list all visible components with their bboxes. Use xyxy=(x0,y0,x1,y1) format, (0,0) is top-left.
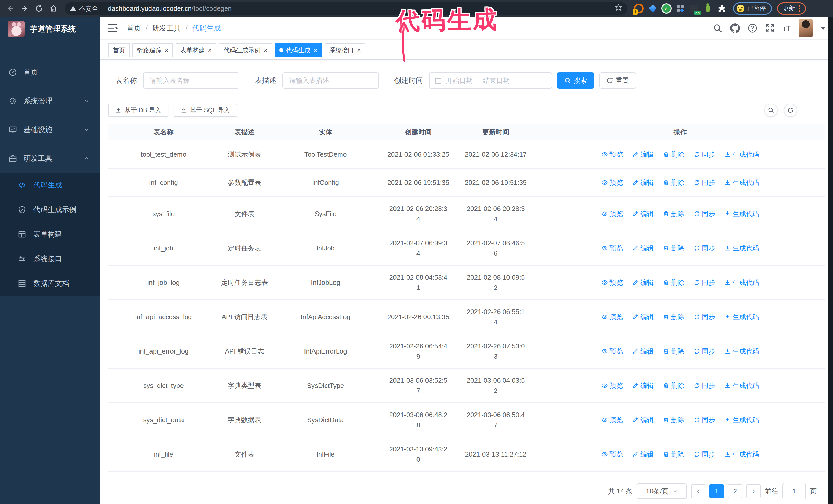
action-preview-link[interactable]: 预览 xyxy=(601,209,623,219)
close-icon[interactable]: × xyxy=(314,47,317,54)
action-delete-link[interactable]: 删除 xyxy=(663,177,684,188)
action-sync-link[interactable]: 同步 xyxy=(694,278,715,288)
close-icon[interactable]: × xyxy=(208,47,212,54)
action-sync-link[interactable]: 同步 xyxy=(694,243,715,253)
tab-系统接口[interactable]: 系统接口× xyxy=(325,43,365,57)
import-db-button[interactable]: 基于 DB 导入 xyxy=(108,103,168,117)
breadcrumb-home[interactable]: 首页 xyxy=(127,23,141,33)
goto-page-input[interactable] xyxy=(782,483,806,499)
action-generate-link[interactable]: 生成代码 xyxy=(724,243,759,253)
action-edit-link[interactable]: 编辑 xyxy=(632,209,653,219)
page-size-select[interactable]: 10条/页 xyxy=(637,483,687,499)
action-preview-link[interactable]: 预览 xyxy=(601,312,623,322)
action-preview-link[interactable]: 预览 xyxy=(601,449,623,459)
extensions-puzzle-icon[interactable] xyxy=(717,3,727,14)
hamburger-icon[interactable] xyxy=(107,23,118,34)
extension-orange-icon[interactable]: 1 xyxy=(634,3,644,14)
sidebar-item-infra[interactable]: 基础设施 xyxy=(0,115,100,144)
action-preview-link[interactable]: 预览 xyxy=(601,243,623,253)
extension-grid-icon[interactable] xyxy=(675,3,685,14)
action-edit-link[interactable]: 编辑 xyxy=(632,312,653,322)
action-edit-link[interactable]: 编辑 xyxy=(632,177,653,188)
action-edit-link[interactable]: 编辑 xyxy=(632,449,653,459)
action-sync-link[interactable]: 同步 xyxy=(694,415,715,425)
import-sql-button[interactable]: 基于 SQL 导入 xyxy=(173,103,237,117)
action-generate-link[interactable]: 生成代码 xyxy=(724,312,759,322)
page-button-1[interactable]: 1 xyxy=(710,484,724,498)
action-delete-link[interactable]: 删除 xyxy=(663,243,684,253)
action-delete-link[interactable]: 删除 xyxy=(663,209,684,219)
refresh-table-icon[interactable] xyxy=(784,103,797,117)
action-delete-link[interactable]: 删除 xyxy=(663,278,684,288)
breadcrumb-devtools[interactable]: 研发工具 xyxy=(152,23,181,33)
browser-back-icon[interactable] xyxy=(3,1,18,16)
action-delete-link[interactable]: 删除 xyxy=(663,312,684,322)
browser-home-icon[interactable] xyxy=(46,1,61,16)
action-delete-link[interactable]: 删除 xyxy=(663,415,684,425)
action-preview-link[interactable]: 预览 xyxy=(601,278,623,288)
action-generate-link[interactable]: 生成代码 xyxy=(724,449,759,459)
action-generate-link[interactable]: 生成代码 xyxy=(724,177,759,188)
action-edit-link[interactable]: 编辑 xyxy=(632,243,653,253)
action-preview-link[interactable]: 预览 xyxy=(601,380,623,391)
action-sync-link[interactable]: 同步 xyxy=(694,380,715,391)
action-preview-link[interactable]: 预览 xyxy=(601,149,623,160)
search-button[interactable]: 搜索 xyxy=(557,72,594,89)
action-edit-link[interactable]: 编辑 xyxy=(632,149,653,160)
close-icon[interactable]: × xyxy=(165,47,168,54)
action-preview-link[interactable]: 预览 xyxy=(601,177,623,188)
action-generate-link[interactable]: 生成代码 xyxy=(724,380,759,391)
security-chip[interactable]: 不安全 xyxy=(70,4,98,13)
chevron-down-icon[interactable] xyxy=(821,27,826,30)
font-size-icon[interactable]: тТ xyxy=(783,24,791,32)
url-bar[interactable]: 不安全 dashboard.yudao.iocoder.cn/tool/code… xyxy=(65,2,627,15)
table-name-input[interactable] xyxy=(143,72,239,89)
sidebar-item-codegen-example[interactable]: 代码生成示例 xyxy=(0,197,100,222)
sidebar-item-home[interactable]: 首页 xyxy=(0,58,100,87)
action-generate-link[interactable]: 生成代码 xyxy=(724,278,759,288)
extension-green-bug-icon[interactable] xyxy=(703,3,713,14)
action-sync-link[interactable]: 同步 xyxy=(694,149,715,160)
sidebar-item-codegen[interactable]: 代码生成 xyxy=(0,173,100,197)
sidebar-item-system[interactable]: 系统管理 xyxy=(0,87,100,115)
action-delete-link[interactable]: 删除 xyxy=(663,346,684,356)
bookmark-star-icon[interactable] xyxy=(615,4,622,13)
action-delete-link[interactable]: 删除 xyxy=(663,449,684,459)
close-icon[interactable]: × xyxy=(357,47,361,54)
close-icon[interactable]: × xyxy=(263,47,267,54)
action-preview-link[interactable]: 预览 xyxy=(601,415,623,425)
extension-gem-icon[interactable] xyxy=(647,3,658,14)
reset-button[interactable]: 重置 xyxy=(599,72,636,89)
action-edit-link[interactable]: 编辑 xyxy=(632,346,653,356)
github-icon[interactable] xyxy=(730,23,740,33)
profile-paused-chip[interactable]: 已暂停 xyxy=(733,2,772,15)
action-edit-link[interactable]: 编辑 xyxy=(632,278,653,288)
sidebar-item-system-api[interactable]: 系统接口 xyxy=(0,247,100,271)
prev-page-button[interactable]: ‹ xyxy=(691,484,705,498)
action-sync-link[interactable]: 同步 xyxy=(694,449,715,459)
browser-reload-icon[interactable] xyxy=(32,1,46,16)
toggle-search-icon[interactable] xyxy=(764,103,778,117)
action-sync-link[interactable]: 同步 xyxy=(694,209,715,219)
search-icon[interactable] xyxy=(713,23,722,33)
help-icon[interactable] xyxy=(748,23,757,33)
action-sync-link[interactable]: 同步 xyxy=(694,312,715,322)
fullscreen-icon[interactable] xyxy=(765,23,775,33)
tab-表单构建[interactable]: 表单构建× xyxy=(175,43,216,57)
browser-menu-icon[interactable] xyxy=(799,5,800,12)
action-sync-link[interactable]: 同步 xyxy=(694,177,715,188)
action-sync-link[interactable]: 同步 xyxy=(694,346,715,356)
action-generate-link[interactable]: 生成代码 xyxy=(724,415,759,425)
avatar[interactable] xyxy=(799,19,813,38)
extension-check-icon[interactable]: ✓ xyxy=(661,3,671,14)
action-generate-link[interactable]: 生成代码 xyxy=(724,346,759,356)
extension-dark-icon[interactable]: on xyxy=(689,3,699,14)
action-delete-link[interactable]: 删除 xyxy=(663,380,684,391)
tab-链路追踪[interactable]: 链路追踪× xyxy=(132,43,173,57)
tab-代码生成示例[interactable]: 代码生成示例× xyxy=(219,43,272,57)
browser-update-button[interactable]: 更新 xyxy=(777,2,806,15)
action-edit-link[interactable]: 编辑 xyxy=(632,380,653,391)
date-range-picker[interactable]: 开始日期 - 结束日期 xyxy=(429,72,552,89)
browser-forward-icon[interactable] xyxy=(18,1,32,16)
action-preview-link[interactable]: 预览 xyxy=(601,346,623,356)
